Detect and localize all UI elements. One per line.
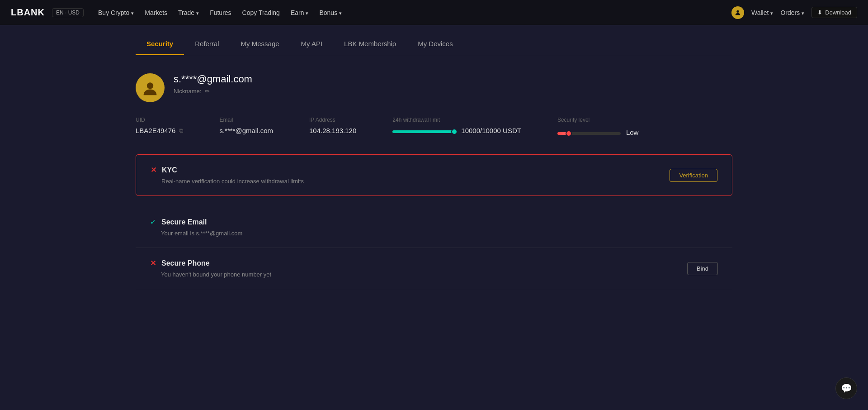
nav-buy-crypto[interactable]: Buy Crypto bbox=[98, 9, 134, 16]
uid-info: UID LBA2E49476 ⧉ bbox=[136, 117, 183, 134]
chevron-down-icon bbox=[196, 9, 199, 16]
kyc-card: ✕ KYC Real-name verification could incre… bbox=[136, 154, 732, 196]
secure-phone-card: ✕ Secure Phone You haven't bound your ph… bbox=[136, 248, 732, 289]
withdrawal-fill bbox=[392, 130, 456, 133]
secure-email-card: ✓ Secure Email Your email is s.****@gmai… bbox=[136, 207, 732, 248]
withdrawal-label: 24h withdrawal limit bbox=[392, 117, 521, 123]
tabs: Security Referral My Message My API LBK … bbox=[136, 33, 732, 55]
secure-email-title-row: ✓ Secure Email bbox=[150, 218, 242, 226]
nav-bonus[interactable]: Bonus bbox=[319, 9, 342, 16]
tab-my-devices[interactable]: My Devices bbox=[407, 33, 464, 55]
nav-trade[interactable]: Trade bbox=[178, 9, 199, 16]
chevron-down-icon bbox=[770, 9, 773, 16]
ip-value: 104.28.193.120 bbox=[309, 127, 356, 134]
security-level-info: Security level Low bbox=[557, 117, 639, 136]
secure-email-description: Your email is s.****@gmail.com bbox=[150, 230, 242, 237]
profile-section: s.****@gmail.com Nickname: ✏ bbox=[136, 73, 732, 102]
bind-button[interactable]: Bind bbox=[687, 262, 718, 275]
email-info: Email s.****@gmail.com bbox=[219, 117, 273, 134]
verification-button[interactable]: Verification bbox=[670, 169, 717, 182]
nav-markets[interactable]: Markets bbox=[145, 9, 167, 16]
kyc-status-icon: ✕ bbox=[151, 166, 156, 174]
nav-earn[interactable]: Earn bbox=[291, 9, 309, 16]
download-button[interactable]: ⬇ Download bbox=[811, 7, 857, 18]
secure-phone-title-row: ✕ Secure Phone bbox=[150, 259, 271, 267]
logo[interactable]: LBANK bbox=[11, 7, 45, 18]
chat-icon: 💬 bbox=[841, 383, 852, 394]
email-value: s.****@gmail.com bbox=[219, 127, 273, 134]
secure-phone-title: Secure Phone bbox=[161, 259, 210, 267]
uid-label: UID bbox=[136, 117, 183, 123]
security-fill bbox=[557, 132, 570, 135]
uid-value: LBA2E49476 ⧉ bbox=[136, 127, 183, 134]
chevron-down-icon bbox=[131, 9, 134, 16]
secure-phone-status-icon: ✕ bbox=[150, 259, 156, 267]
chevron-down-icon bbox=[306, 9, 308, 16]
nav-futures[interactable]: Futures bbox=[210, 9, 231, 16]
secure-email-status-icon: ✓ bbox=[150, 218, 156, 226]
ip-label: IP Address bbox=[309, 117, 356, 123]
avatar[interactable] bbox=[731, 6, 744, 19]
security-level-value: Low bbox=[626, 129, 639, 136]
nav-copy-trading[interactable]: Copy Trading bbox=[242, 9, 280, 16]
edit-icon[interactable]: ✏ bbox=[205, 88, 210, 95]
tab-security[interactable]: Security bbox=[136, 33, 184, 55]
security-level-label: Security level bbox=[557, 117, 639, 123]
kyc-card-left: ✕ KYC Real-name verification could incre… bbox=[151, 166, 304, 185]
withdrawal-bar bbox=[392, 130, 456, 133]
chevron-down-icon bbox=[339, 9, 342, 16]
ip-info: IP Address 104.28.193.120 bbox=[309, 117, 356, 134]
nav-links: Buy Crypto Markets Trade Futures Copy Tr… bbox=[98, 9, 731, 16]
wallet-button[interactable]: Wallet bbox=[751, 9, 773, 16]
chat-support-button[interactable]: 💬 bbox=[835, 377, 857, 399]
nav-right: Wallet Orders ⬇ Download bbox=[731, 6, 857, 19]
kyc-description: Real-name verification could increase wi… bbox=[151, 178, 304, 185]
tab-lbk-membership[interactable]: LBK Membership bbox=[333, 33, 407, 55]
chevron-down-icon bbox=[802, 9, 804, 16]
profile-email: s.****@gmail.com bbox=[174, 73, 252, 85]
download-icon: ⬇ bbox=[817, 9, 822, 16]
svg-point-0 bbox=[736, 10, 739, 12]
main-content: Security Referral My Message My API LBK … bbox=[118, 33, 750, 289]
tab-my-message[interactable]: My Message bbox=[230, 33, 290, 55]
withdrawal-value: 10000/10000 USDT bbox=[461, 127, 521, 134]
orders-button[interactable]: Orders bbox=[780, 9, 804, 16]
avatar bbox=[136, 73, 165, 102]
tab-my-api[interactable]: My API bbox=[290, 33, 334, 55]
copy-icon[interactable]: ⧉ bbox=[179, 127, 183, 134]
profile-nickname: Nickname: ✏ bbox=[174, 88, 252, 95]
security-bar bbox=[557, 132, 621, 135]
info-row: UID LBA2E49476 ⧉ Email s.****@gmail.com … bbox=[136, 117, 732, 136]
secure-phone-description: You haven't bound your phone number yet bbox=[150, 271, 271, 278]
tab-referral[interactable]: Referral bbox=[184, 33, 230, 55]
email-label: Email bbox=[219, 117, 273, 123]
secure-email-left: ✓ Secure Email Your email is s.****@gmai… bbox=[150, 218, 242, 237]
navbar: LBANK EN · USD Buy Crypto Markets Trade … bbox=[0, 0, 868, 25]
secure-email-title: Secure Email bbox=[161, 218, 207, 226]
kyc-title-row: ✕ KYC bbox=[151, 166, 304, 174]
withdrawal-info: 24h withdrawal limit 10000/10000 USDT bbox=[392, 117, 521, 134]
secure-phone-left: ✕ Secure Phone You haven't bound your ph… bbox=[150, 259, 271, 278]
security-level-row: Low bbox=[557, 129, 639, 136]
language-selector[interactable]: EN · USD bbox=[52, 8, 84, 17]
svg-point-1 bbox=[147, 82, 153, 89]
profile-info: s.****@gmail.com Nickname: ✏ bbox=[174, 73, 252, 95]
kyc-title: KYC bbox=[162, 166, 177, 174]
